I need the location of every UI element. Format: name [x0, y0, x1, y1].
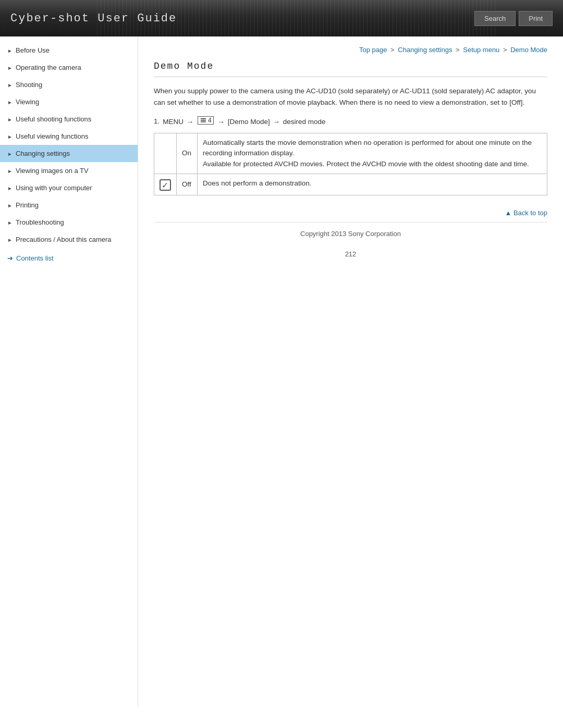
sidebar: ► Before Use ► Operating the camera ► Sh…: [0, 36, 138, 707]
arrow-icon: ►: [7, 100, 13, 105]
table-row: On Automatically starts the movie demons…: [154, 133, 547, 174]
arrow-icon: ►: [7, 117, 13, 122]
sidebar-item-viewing-tv[interactable]: ► Viewing images on a TV: [0, 162, 138, 179]
step-instruction: 1. MENU → 4 → [Demo Mode] → desired mode: [154, 116, 547, 126]
arrow-symbol: →: [273, 118, 280, 126]
header-actions: Search Print: [474, 11, 553, 26]
table-cell-icon: [154, 133, 177, 174]
sidebar-item-before-use[interactable]: ► Before Use: [0, 42, 138, 59]
arrow-icon: ►: [7, 151, 13, 156]
checkmark-icon: [160, 179, 171, 191]
step-content: MENU → 4 → [Demo Mode] → desired mode: [163, 116, 325, 126]
sidebar-item-using-computer[interactable]: ► Using with your computer: [0, 179, 138, 196]
breadcrumb-sep: >: [503, 46, 509, 54]
arrow-icon: ►: [7, 134, 13, 139]
sidebar-label: Useful shooting functions: [16, 115, 91, 123]
sidebar-item-changing-settings[interactable]: ► Changing settings: [0, 145, 138, 162]
contents-list-label: Contents list: [16, 254, 54, 262]
page-number: 212: [154, 245, 547, 263]
main-content: Top page > Changing settings > Setup men…: [138, 36, 563, 707]
breadcrumb-setup-menu[interactable]: Setup menu: [463, 46, 499, 54]
arrow-icon: ►: [7, 168, 13, 174]
app-title: Cyber-shot User Guide: [10, 12, 177, 25]
footer: Copyright 2013 Sony Corporation: [154, 222, 547, 245]
step-number: 1.: [154, 117, 160, 125]
main-layout: ► Before Use ► Operating the camera ► Sh…: [0, 36, 563, 707]
breadcrumb-top-page[interactable]: Top page: [359, 46, 387, 54]
table-cell-description: Does not perform a demonstration.: [198, 174, 547, 195]
copyright: Copyright 2013 Sony Corporation: [300, 230, 401, 238]
sidebar-label: Troubleshooting: [16, 218, 64, 226]
sidebar-item-operating-camera[interactable]: ► Operating the camera: [0, 59, 138, 76]
page-header: Cyber-shot User Guide Search Print: [0, 0, 563, 36]
print-button[interactable]: Print: [519, 11, 553, 26]
arrow-icon: ►: [7, 203, 13, 208]
table-row: Off Does not perform a demonstration.: [154, 174, 547, 195]
sidebar-item-troubleshooting[interactable]: ► Troubleshooting: [0, 214, 138, 231]
sidebar-label: Useful viewing functions: [16, 132, 88, 140]
breadcrumb-sep: >: [456, 46, 461, 54]
sidebar-item-printing[interactable]: ► Printing: [0, 196, 138, 214]
arrow-symbol: →: [217, 118, 225, 126]
sidebar-item-viewing[interactable]: ► Viewing: [0, 93, 138, 110]
sidebar-item-shooting[interactable]: ► Shooting: [0, 76, 138, 93]
search-button[interactable]: Search: [474, 11, 516, 26]
back-to-top-link[interactable]: ▲ Back to top: [505, 209, 547, 217]
sidebar-label: Printing: [16, 201, 39, 209]
arrow-icon: ►: [7, 220, 13, 225]
arrow-symbol: →: [187, 118, 194, 126]
demo-mode-table: On Automatically starts the movie demons…: [154, 133, 547, 195]
sidebar-label: Precautions / About this camera: [16, 236, 112, 243]
table-cell-label: Off: [177, 174, 198, 195]
back-to-top[interactable]: ▲ Back to top: [154, 204, 547, 222]
table-cell-description: Automatically starts the movie demonstra…: [198, 133, 547, 174]
sidebar-item-precautions[interactable]: ► Precautions / About this camera: [0, 231, 138, 248]
arrow-icon: ►: [7, 82, 13, 88]
page-title: Demo Mode: [154, 61, 547, 77]
sidebar-label: Changing settings: [16, 150, 70, 157]
sidebar-label: Before Use: [16, 46, 50, 54]
arrow-icon: ►: [7, 237, 13, 242]
page-description: When you supply power to the camera usin…: [154, 85, 547, 108]
menu-icon: 4: [198, 116, 214, 125]
breadcrumb-current: Demo Mode: [510, 46, 547, 54]
breadcrumb-sep: >: [390, 46, 396, 54]
sidebar-item-useful-shooting[interactable]: ► Useful shooting functions: [0, 110, 138, 128]
sidebar-label: Operating the camera: [16, 64, 81, 71]
table-cell-icon: [154, 174, 177, 195]
breadcrumb-changing-settings[interactable]: Changing settings: [398, 46, 452, 54]
sidebar-label: Viewing images on a TV: [16, 167, 89, 175]
arrow-icon: ►: [7, 48, 13, 53]
sidebar-label: Shooting: [16, 81, 42, 89]
table-cell-label: On: [177, 133, 198, 174]
sidebar-item-useful-viewing[interactable]: ► Useful viewing functions: [0, 128, 138, 145]
arrow-icon: ►: [7, 186, 13, 191]
sidebar-label: Viewing: [16, 98, 39, 106]
contents-list-link[interactable]: ➔ Contents list: [0, 248, 138, 268]
arrow-right-icon: ➔: [7, 254, 13, 262]
sidebar-label: Using with your computer: [16, 184, 92, 192]
breadcrumb: Top page > Changing settings > Setup men…: [154, 42, 547, 61]
arrow-icon: ►: [7, 65, 13, 70]
